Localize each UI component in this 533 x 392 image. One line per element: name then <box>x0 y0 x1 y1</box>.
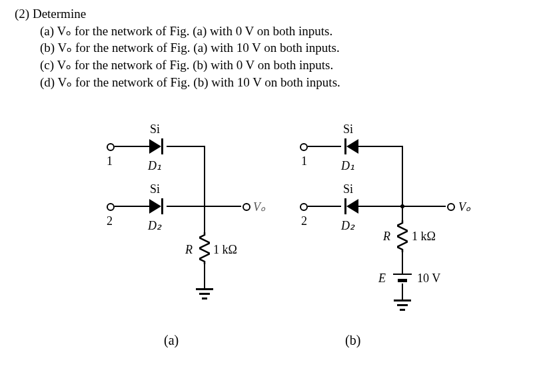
input1-label-a: 1 <box>107 154 113 168</box>
output-label-b: Vₒ <box>458 200 470 214</box>
ground-b-icon <box>394 299 411 311</box>
input2-terminal-b <box>300 203 308 211</box>
source-val-b: 10 V <box>417 272 440 286</box>
fig-label-a: (a) <box>164 333 179 348</box>
diode-d1-b-icon <box>333 136 366 156</box>
output-terminal-a <box>243 203 251 211</box>
diode-d2-b-icon <box>333 196 366 216</box>
d2-material-b: Si <box>343 182 353 196</box>
diode-d1-a-icon <box>141 136 175 156</box>
input2-label-a: 2 <box>107 214 113 228</box>
part-b: (b) Vₒ for the network of Fig. (a) with … <box>40 41 340 55</box>
fig-label-b: (b) <box>345 333 360 348</box>
part-a: (a) Vₒ for the network of Fig. (a) with … <box>40 24 332 38</box>
resistor-ref-b: R <box>383 230 390 244</box>
output-terminal-b <box>447 203 455 211</box>
source-ref-b: E <box>378 272 386 286</box>
resistor-b-icon <box>397 220 408 252</box>
resistor-val-b: 1 kΩ <box>412 230 436 244</box>
part-d: (d) Vₒ for the network of Fig. (b) with … <box>40 75 340 89</box>
problem-number: (2) <box>15 7 29 21</box>
d1-material-a: Si <box>150 122 160 136</box>
output-label-a: Vₒ <box>253 200 265 214</box>
d1-ref-b: D₁ <box>341 158 354 173</box>
problem-stem: Determine <box>33 7 86 21</box>
part-c: (c) Vₒ for the network of Fig. (b) with … <box>40 58 333 72</box>
d2-ref-b: D₂ <box>341 218 354 233</box>
diode-d2-a-icon <box>141 196 175 216</box>
input2-label-b: 2 <box>301 214 307 228</box>
d1-material-b: Si <box>343 122 353 136</box>
input2-terminal-a <box>107 203 115 211</box>
schematic-area: 1 Si D₁ 2 Si D₂ Vₒ R 1 kΩ (a) 1 Si D₁ <box>0 106 533 386</box>
d2-material-a: Si <box>150 182 160 196</box>
input1-label-b: 1 <box>301 154 307 168</box>
resistor-val-a: 1 kΩ <box>213 243 237 257</box>
d2-ref-a: D₂ <box>148 218 161 233</box>
problem-block: (2) Determine (a) Vₒ for the network of … <box>15 5 340 91</box>
input1-terminal-a <box>107 143 115 151</box>
d1-ref-a: D₁ <box>148 158 161 173</box>
input1-terminal-b <box>300 143 308 151</box>
resistor-a-icon <box>199 232 210 264</box>
ground-a-icon <box>196 288 213 300</box>
resistor-ref-a: R <box>185 243 193 257</box>
